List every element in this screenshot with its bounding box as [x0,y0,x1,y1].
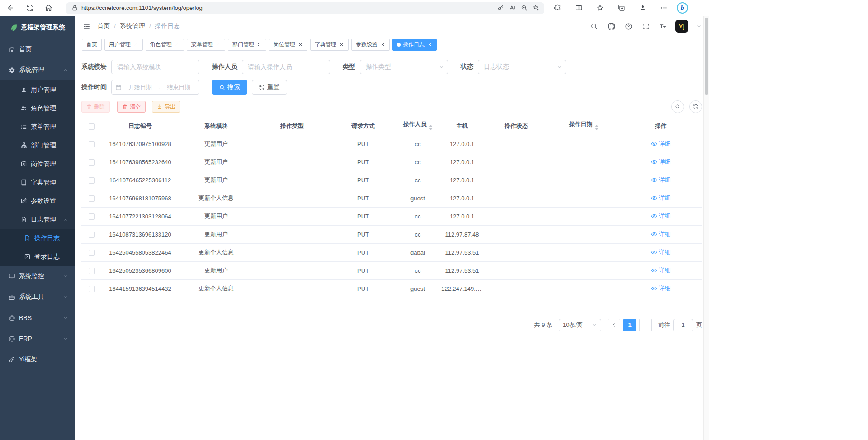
extensions-icon[interactable] [551,1,564,15]
tab-dept-management[interactable]: 部门管理 [228,39,266,51]
password-manager-icon[interactable] [495,3,506,14]
row-checkbox[interactable] [89,268,95,274]
tab-post-management[interactable]: 岗位管理 [269,39,307,51]
bing-copilot-icon[interactable]: b [677,2,688,14]
sidebar-item-menu-management[interactable]: 菜单管理 [0,118,75,136]
page-size-select[interactable]: 10条/页 [559,319,601,331]
status-select[interactable]: 日志状态 [478,60,566,74]
sidebar-item-system-management[interactable]: 系统管理 [0,60,75,80]
close-icon[interactable] [174,42,179,47]
breadcrumb-item[interactable]: 首页 [97,22,110,30]
row-checkbox[interactable] [89,195,95,202]
tab-param-settings[interactable]: 参数设置 [351,39,390,51]
sidebar-item-role-management[interactable]: 角色管理 [0,99,75,118]
read-aloud-icon[interactable] [506,3,518,14]
profile-avatar[interactable] [636,1,649,15]
home-button[interactable] [42,1,55,15]
font-size-icon[interactable] [658,22,667,31]
row-checkbox[interactable] [89,159,95,166]
favorites-icon[interactable] [593,1,607,15]
breadcrumb-item[interactable]: 系统管理 [120,22,145,30]
refresh-table-button[interactable] [689,100,702,113]
sort-caret-icon[interactable] [429,123,433,132]
clear-button[interactable]: 清空 [117,101,146,113]
tab-user-management[interactable]: 用户管理 [104,39,143,51]
export-button[interactable]: 导出 [152,101,180,113]
sort-caret-icon[interactable] [595,123,599,132]
goto-page-input[interactable] [673,319,693,331]
page-scrollbar[interactable] [703,16,709,440]
close-icon[interactable] [297,42,303,47]
sidebar-item-login-log[interactable]: 登录日志 [0,247,75,266]
current-page-button[interactable]: 1 [623,319,636,331]
sidebar-item-post-management[interactable]: 岗位管理 [0,155,75,173]
sidebar-item-dept-management[interactable]: 部门管理 [0,136,75,155]
tab-dict-management[interactable]: 字典管理 [310,39,349,51]
detail-link[interactable]: 详细 [651,248,671,256]
detail-link[interactable]: 详细 [651,230,671,238]
settings-menu-icon[interactable] [657,1,670,15]
prev-page-button[interactable] [608,319,620,331]
sidebar-item-user-management[interactable]: 用户管理 [0,80,75,99]
close-icon[interactable] [256,42,262,47]
address-bar[interactable]: https://ccnetcore.com:1101/system/log/op… [66,2,544,14]
sidebar-item-yi-framework[interactable]: Yi框架 [0,349,75,370]
help-icon[interactable] [624,22,633,31]
select-all-checkbox[interactable] [89,123,95,130]
next-page-button[interactable] [639,319,652,331]
split-screen-icon[interactable] [572,1,585,15]
collections-icon[interactable] [614,1,628,15]
sidebar-item-system-monitor[interactable]: 系统监控 [0,266,75,287]
header-search-icon[interactable] [590,22,599,31]
row-checkbox[interactable] [89,250,95,256]
url-text[interactable]: https://ccnetcore.com:1101/system/log/op… [80,5,495,11]
sidebar-item-log-management[interactable]: 日志管理 [0,210,75,229]
sidebar-item-erp[interactable]: ERP [0,328,75,349]
row-checkbox[interactable] [89,177,95,184]
add-favorite-icon[interactable] [530,3,542,14]
detail-link[interactable]: 详细 [651,266,671,274]
back-button[interactable] [4,1,17,15]
scrollbar-thumb[interactable] [705,18,708,95]
module-input[interactable] [111,60,199,74]
row-checkbox[interactable] [89,141,95,147]
zoom-icon[interactable] [518,3,530,14]
detail-link[interactable]: 详细 [651,158,671,166]
github-icon[interactable] [607,22,616,31]
tab-home[interactable]: 首页 [82,39,102,51]
row-checkbox[interactable] [89,232,95,238]
site-info-icon[interactable] [69,3,80,14]
tab-menu-management[interactable]: 菜单管理 [187,39,225,51]
row-checkbox[interactable] [89,286,95,292]
type-select[interactable]: 操作类型 [360,60,448,74]
column-header-operator[interactable]: 操作人员 [396,118,439,135]
detail-link[interactable]: 详细 [651,176,671,184]
sidebar-toggle-icon[interactable] [82,22,91,31]
detail-link[interactable]: 详细 [651,194,671,202]
sidebar-item-system-tools[interactable]: 系统工具 [0,287,75,308]
operator-input[interactable] [242,60,330,74]
detail-link[interactable]: 详细 [651,284,671,293]
sidebar-item-bbs[interactable]: BBS [0,308,75,328]
fullscreen-icon[interactable] [641,22,650,31]
user-avatar[interactable]: Yj [675,20,688,33]
toggle-search-button[interactable] [671,100,684,113]
close-icon[interactable] [380,42,385,47]
sidebar-item-param-settings[interactable]: 参数设置 [0,192,75,210]
close-icon[interactable] [215,42,221,47]
refresh-button[interactable] [23,1,36,15]
detail-link[interactable]: 详细 [651,212,671,220]
avatar-caret-icon[interactable] [696,24,702,29]
close-icon[interactable] [339,42,344,47]
search-button[interactable]: 搜索 [212,80,247,95]
row-checkbox[interactable] [89,213,95,220]
column-header-date[interactable]: 操作日期 [548,118,619,135]
close-icon[interactable] [133,42,138,47]
sidebar-item-operation-log[interactable]: 操作日志 [0,229,75,247]
date-range-picker[interactable]: 开始日期 - 结束日期 [111,80,199,95]
close-icon[interactable] [427,42,432,47]
sidebar-item-home[interactable]: 首页 [0,39,75,60]
tab-role-management[interactable]: 角色管理 [146,39,184,51]
detail-link[interactable]: 详细 [651,140,671,148]
sidebar-item-dict-management[interactable]: 字典管理 [0,173,75,192]
